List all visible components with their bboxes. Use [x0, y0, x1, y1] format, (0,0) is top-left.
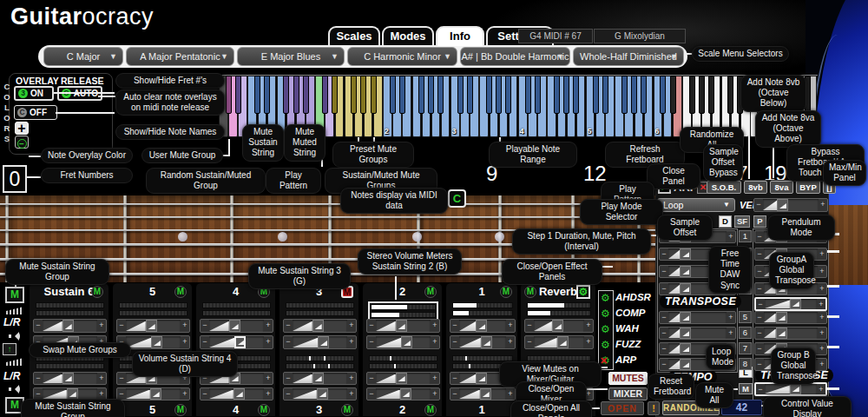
slider-plus[interactable]: +	[181, 320, 189, 332]
slider-minus[interactable]: −	[660, 328, 668, 339]
slider-track[interactable]	[126, 336, 181, 348]
black-key[interactable]	[226, 76, 232, 114]
arp-header-button-sob[interactable]: S.O.B.	[707, 181, 741, 194]
slider-handle[interactable]	[680, 266, 691, 277]
slider-track[interactable]	[765, 299, 817, 309]
slider-track[interactable]	[43, 373, 97, 384]
black-key[interactable]	[689, 76, 695, 114]
slider-minus[interactable]: −	[367, 373, 376, 384]
black-key[interactable]	[254, 76, 260, 114]
black-key[interactable]	[554, 76, 560, 114]
black-key[interactable]	[660, 76, 666, 114]
slider-minus[interactable]: −	[284, 320, 293, 332]
slider-minus[interactable]: −	[660, 283, 668, 295]
black-key[interactable]	[360, 76, 366, 114]
offset-button-d[interactable]: D	[719, 215, 732, 228]
slider-plus[interactable]: +	[97, 320, 106, 332]
slider-minus[interactable]: −	[756, 384, 765, 394]
black-key[interactable]	[563, 76, 569, 114]
slider-minus[interactable]: −	[755, 283, 764, 295]
scale-selector-2[interactable]: A Major Pentatonic▼	[126, 47, 234, 66]
slider-track[interactable]	[534, 336, 584, 348]
slider-track[interactable]	[668, 312, 727, 323]
slider-handle[interactable]	[151, 336, 162, 348]
black-key[interactable]	[283, 76, 289, 114]
slider-handle[interactable]	[680, 248, 691, 260]
black-key[interactable]	[699, 76, 705, 114]
slider-minus[interactable]: −	[755, 248, 764, 260]
slider-track[interactable]	[459, 388, 506, 400]
black-key[interactable]	[727, 76, 733, 114]
pan-slider[interactable]: −+	[524, 319, 594, 333]
effect-gear-icon[interactable]: ⚙	[601, 339, 610, 351]
slider-handle[interactable]	[481, 336, 492, 348]
slider-minus[interactable]: −	[755, 231, 764, 242]
slider-track[interactable]	[764, 328, 818, 339]
black-key[interactable]	[535, 76, 541, 114]
black-key[interactable]	[486, 76, 492, 114]
black-key[interactable]	[303, 76, 309, 114]
slider-plus[interactable]: +	[584, 336, 593, 348]
slider-handle[interactable]	[680, 328, 691, 339]
black-key[interactable]	[525, 76, 531, 114]
tab-modes[interactable]: Modes	[382, 26, 434, 46]
slider-minus[interactable]: −	[201, 336, 209, 348]
slider-plus[interactable]: +	[818, 266, 826, 277]
slider-plus[interactable]: +	[727, 312, 735, 323]
volume-slider[interactable]: −+	[366, 335, 440, 349]
black-key[interactable]	[641, 76, 647, 114]
black-key[interactable]	[293, 76, 299, 114]
slider-minus[interactable]: −	[367, 320, 376, 332]
slider-track[interactable]	[459, 336, 506, 348]
strip-mute-button[interactable]: M	[500, 286, 512, 298]
pan-slider[interactable]: −+	[283, 319, 357, 333]
pan-slider[interactable]: −+	[33, 319, 107, 333]
slider-plus[interactable]: +	[817, 384, 825, 394]
slider-plus[interactable]: +	[584, 320, 593, 332]
velocity-slider[interactable]: −+	[753, 198, 828, 212]
slider-plus[interactable]: +	[817, 299, 825, 309]
black-key[interactable]	[332, 76, 338, 114]
slider-track[interactable]	[763, 199, 819, 211]
slider-handle[interactable]	[777, 199, 788, 211]
step-pitch-slider[interactable]: −+	[754, 327, 827, 340]
slider-minus[interactable]: −	[201, 388, 209, 400]
slider-handle[interactable]	[146, 320, 157, 332]
slider-minus[interactable]: −	[450, 320, 459, 332]
slider-handle[interactable]	[396, 320, 407, 332]
slider-handle[interactable]	[400, 388, 411, 400]
slider-handle[interactable]	[552, 320, 563, 332]
strip-mute-button-muted[interactable]: M	[341, 404, 353, 416]
pan-slider[interactable]: −+	[450, 319, 516, 333]
pan-slider-muted[interactable]: −+	[283, 372, 357, 385]
slider-handle[interactable]	[776, 328, 787, 339]
slider-plus[interactable]: +	[818, 312, 826, 323]
slider-plus[interactable]: +	[818, 283, 826, 295]
black-key[interactable]	[457, 76, 464, 114]
color-plus-button[interactable]: +	[15, 122, 29, 135]
slider-track[interactable]	[765, 384, 817, 394]
slider-plus[interactable]: +	[264, 336, 273, 348]
tab-info[interactable]: Info	[436, 26, 484, 46]
slider-handle[interactable]	[312, 320, 324, 332]
slider-track[interactable]	[209, 388, 264, 400]
slider-track[interactable]	[293, 320, 347, 332]
slider-minus[interactable]: −	[660, 343, 668, 354]
slider-plus[interactable]: +	[818, 328, 826, 339]
pan-slider[interactable]: −+	[366, 319, 440, 333]
black-key[interactable]	[708, 76, 714, 114]
slider-plus[interactable]: +	[347, 373, 356, 384]
slider-minus[interactable]: −	[660, 312, 668, 323]
slider-handle[interactable]	[680, 343, 691, 354]
slider-minus[interactable]: −	[754, 199, 763, 211]
slider-handle[interactable]	[480, 388, 491, 400]
swap-mute-groups-button[interactable]: ↑	[3, 343, 16, 355]
slider-plus[interactable]: +	[181, 388, 189, 400]
black-key[interactable]	[371, 76, 377, 114]
volume-slider[interactable]: −+	[524, 335, 594, 349]
open-button[interactable]: OPEN	[601, 401, 644, 415]
slider-minus[interactable]: −	[755, 343, 764, 354]
slider-minus[interactable]: −	[34, 373, 43, 384]
slider-track[interactable]	[209, 336, 264, 348]
black-key[interactable]	[467, 76, 473, 114]
